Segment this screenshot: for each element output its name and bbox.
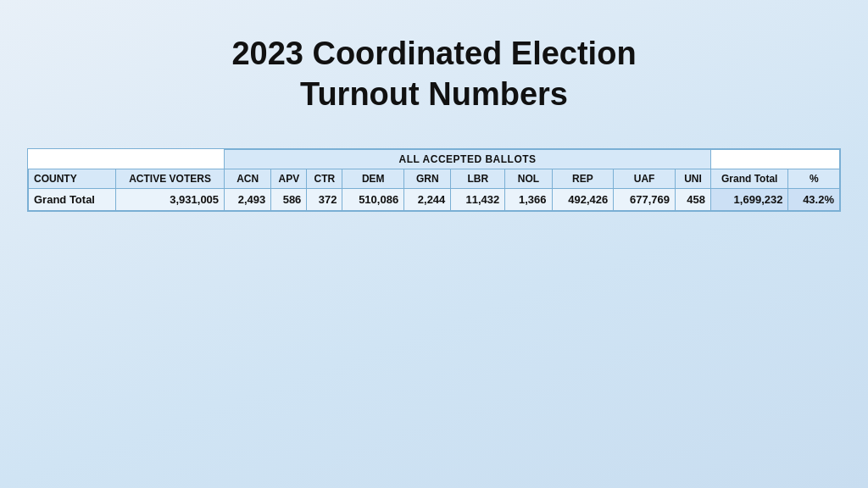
col-grand-total: Grand Total <box>711 169 788 189</box>
title-section: 2023 Coordinated Election Turnout Number… <box>231 34 636 114</box>
col-pct: % <box>788 169 840 189</box>
cell-pct: 43.2% <box>788 189 840 211</box>
grand-total-spacer <box>711 150 840 169</box>
title-line2: Turnout Numbers <box>300 76 568 112</box>
cell-grn: 2,244 <box>404 189 451 211</box>
col-uaf: UAF <box>614 169 676 189</box>
spacer-header <box>29 150 225 169</box>
cell-uaf: 677,769 <box>614 189 676 211</box>
col-county: COUNTY <box>29 169 116 189</box>
col-uni: UNI <box>675 169 710 189</box>
cell-nol: 1,366 <box>505 189 552 211</box>
cell-dem: 510,086 <box>342 189 404 211</box>
cell-active-voters: 3,931,005 <box>116 189 225 211</box>
col-acn: ACN <box>225 169 271 189</box>
cell-acn: 2,493 <box>225 189 271 211</box>
cell-grand-total: 1,699,232 <box>711 189 788 211</box>
col-apv: APV <box>271 169 307 189</box>
cell-ctr: 372 <box>307 189 342 211</box>
table-column-headers: COUNTY ACTIVE VOTERS ACN APV CTR DEM GRN… <box>29 169 840 189</box>
cell-lbr: 11,432 <box>451 189 505 211</box>
col-active-voters: ACTIVE VOTERS <box>116 169 225 189</box>
col-dem: DEM <box>342 169 404 189</box>
cell-rep: 492,426 <box>552 189 614 211</box>
table-subheader-row: ALL ACCEPTED BALLOTS <box>29 150 840 169</box>
col-ctr: CTR <box>307 169 342 189</box>
cell-apv: 586 <box>271 189 307 211</box>
table-row: Grand Total 3,931,005 2,493 586 372 510,… <box>29 189 840 211</box>
data-table-wrapper: ALL ACCEPTED BALLOTS COUNTY ACTIVE VOTER… <box>27 148 841 212</box>
col-lbr: LBR <box>451 169 505 189</box>
cell-county: Grand Total <box>29 189 116 211</box>
election-table: ALL ACCEPTED BALLOTS COUNTY ACTIVE VOTER… <box>28 149 840 211</box>
page-title: 2023 Coordinated Election Turnout Number… <box>231 34 636 114</box>
col-rep: REP <box>552 169 614 189</box>
title-line1: 2023 Coordinated Election <box>231 36 636 71</box>
col-grn: GRN <box>404 169 451 189</box>
cell-uni: 458 <box>675 189 710 211</box>
all-accepted-ballots-header: ALL ACCEPTED BALLOTS <box>225 150 711 169</box>
col-nol: NOL <box>505 169 552 189</box>
